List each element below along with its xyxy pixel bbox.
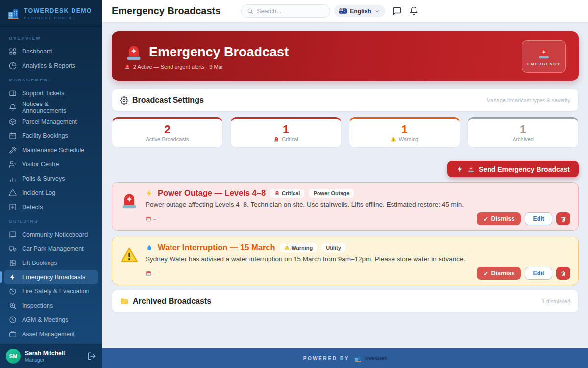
ticket-icon — [9, 89, 17, 97]
sidebar-item-inspections[interactable]: Inspections — [4, 298, 98, 313]
stat-value: 2 — [164, 124, 171, 135]
calendar-icon — [146, 270, 151, 276]
sidebar-item-car-park-management[interactable]: Car Park Management — [4, 241, 98, 256]
warning-icon — [120, 246, 139, 264]
footer-logo: TowerDesk — [354, 355, 387, 362]
siren-icon — [274, 190, 280, 196]
sidebar-item-visitor-centre[interactable]: Visitor Centre — [4, 157, 98, 171]
sidebar-item-parcel-management[interactable]: Parcel Management — [4, 114, 98, 129]
alert-date-meta: – — [146, 270, 156, 276]
alert-card-power-outage: Power Outage — Levels 4–8 Critical Power… — [112, 182, 579, 231]
logout-icon[interactable] — [87, 352, 96, 361]
chat-bubble-icon — [9, 231, 17, 238]
search-box — [241, 4, 330, 18]
sidebar-item-agm-meetings[interactable]: AGM & Meetings — [4, 313, 98, 327]
sidebar-item-analytics-reports[interactable]: Analytics & Reports — [4, 58, 98, 73]
magnifier-zoom-in-icon — [9, 302, 17, 310]
towerdesk-logo-icon — [354, 355, 362, 362]
settings-hint: Manage broadcast types & severity — [486, 97, 570, 103]
sidebar-item-label: Support Tickets — [22, 90, 64, 97]
alert-card-water-interruption: Water Interruption — 15 March Warning Ut… — [112, 237, 579, 285]
broadcast-settings-card: Broadcast Settings Manage broadcast type… — [112, 89, 579, 111]
sidebar-item-incident-log[interactable]: Incident Log — [4, 185, 98, 200]
sidebar-item-label: Lift Bookings — [22, 260, 57, 266]
sidebar-item-fire-safety-evacuation[interactable]: Fire Safety & Evacuation — [4, 284, 98, 298]
sidebar-item-maintenance-schedule[interactable]: Maintenance Schedule — [4, 143, 98, 157]
clock-icon — [9, 316, 17, 324]
dismiss-button[interactable]: ✓ Dismiss — [477, 212, 521, 225]
water-droplet-icon — [146, 244, 153, 252]
sidebar-item-community-noticeboard[interactable]: Community Noticeboard — [4, 227, 98, 241]
australia-flag-icon — [339, 8, 347, 14]
language-selector[interactable]: English — [334, 5, 385, 17]
fire-safety-dial-icon — [9, 288, 17, 295]
alert-date-meta: – — [146, 216, 156, 222]
sidebar-item-label: Car Park Management — [22, 245, 84, 252]
active-indicator — [0, 271, 2, 283]
sidebar-item-polls-surveys[interactable]: Polls & Surveys — [4, 171, 98, 185]
brand-header: TOWERDESK DEMO RESIDENT PORTAL — [0, 0, 102, 27]
severity-badge: Critical — [270, 189, 304, 198]
sidebar-item-facility-bookings[interactable]: Facility Bookings — [4, 129, 98, 143]
sidebar-item-defects[interactable]: Defects — [4, 200, 98, 214]
delete-button[interactable] — [556, 267, 570, 280]
archived-broadcasts-card: Archived Broadcasts 1 dismissed — [112, 290, 579, 313]
send-emergency-broadcast-button[interactable]: Send Emergency Broadcast — [447, 161, 579, 177]
main-content: Emergency Broadcast 2 Active — Send urge… — [102, 23, 588, 348]
language-label: English — [350, 8, 371, 15]
hero-title: Emergency Broadcast — [149, 45, 289, 60]
dismiss-button[interactable]: ✓ Dismiss — [477, 267, 521, 280]
sidebar-item-label: Fire Safety & Evacuation — [22, 288, 90, 295]
sidebar-item-emergency-broadcasts[interactable]: Emergency Broadcasts — [4, 270, 98, 284]
calendar-icon — [146, 216, 151, 222]
defects-icon — [9, 203, 17, 211]
search-input[interactable] — [257, 8, 320, 15]
lightning-bolt-icon — [9, 273, 17, 281]
stat-value: 1 — [520, 124, 526, 135]
pie-chart-icon — [9, 62, 17, 70]
settings-title: Broadcast Settings — [132, 96, 204, 105]
stat-value: 1 — [401, 124, 408, 135]
edit-button[interactable]: Edit — [525, 212, 552, 225]
sidebar-item-label: Asset Management — [22, 331, 75, 338]
sidebar-item-support-tickets[interactable]: Support Tickets — [4, 86, 98, 100]
lift-icon — [9, 259, 17, 267]
stat-label: Warning — [399, 136, 419, 142]
briefcase-icon — [9, 330, 17, 338]
user-card: SM Sarah Mitchell Manager — [0, 343, 102, 368]
delete-button[interactable] — [556, 212, 570, 225]
folder-icon — [120, 297, 129, 306]
edit-button[interactable]: Edit — [525, 267, 552, 280]
sidebar-item-asset-management[interactable]: Asset Management — [4, 327, 98, 341]
dashboard-grid-icon — [9, 48, 17, 55]
sidebar-section-management: MANAGEMENT — [4, 73, 98, 86]
sidebar-item-label: Visitor Centre — [22, 161, 59, 168]
sidebar-item-dashboard[interactable]: Dashboard — [4, 44, 98, 58]
stat-card-archived: 1 Archived — [467, 117, 579, 148]
sidebar-item-label: Polls & Surveys — [22, 175, 65, 182]
messages-icon[interactable] — [392, 6, 402, 16]
bell-icon — [9, 104, 17, 111]
alert-body: Sydney Water has advised a water interru… — [146, 255, 570, 263]
emergency-hero-banner: Emergency Broadcast 2 Active — Send urge… — [112, 31, 579, 81]
package-icon — [9, 118, 17, 126]
sidebar-section-overview: OVERVIEW — [4, 31, 98, 44]
sidebar-item-lift-bookings[interactable]: Lift Bookings — [4, 256, 98, 270]
alert-body: Power outage affecting Levels 4–8. Techn… — [146, 201, 570, 208]
siren-icon — [120, 191, 139, 210]
topbar: Emergency Broadcasts English — [102, 0, 588, 23]
sidebar-item-label: Facility Bookings — [22, 132, 68, 139]
stat-label: Critical — [282, 136, 298, 142]
app-window: TOWERDESK DEMO RESIDENT PORTAL OVERVIEW … — [0, 0, 588, 368]
notifications-bell-icon[interactable] — [409, 6, 418, 16]
category-badge: Power Outage — [309, 189, 354, 198]
sidebar-item-label: Emergency Broadcasts — [22, 274, 85, 281]
sidebar-item-notices-announcements[interactable]: Notices & Announcements — [4, 100, 98, 114]
page-title: Emergency Broadcasts — [112, 5, 220, 17]
emergency-badge: EMERGENCY — [522, 40, 566, 73]
check-icon: ✓ — [483, 270, 488, 277]
sidebar-item-label: Incident Log — [22, 189, 55, 196]
check-icon: ✓ — [483, 215, 488, 223]
stat-card-critical: 1 Critical — [230, 117, 342, 148]
siren-icon — [537, 46, 551, 60]
